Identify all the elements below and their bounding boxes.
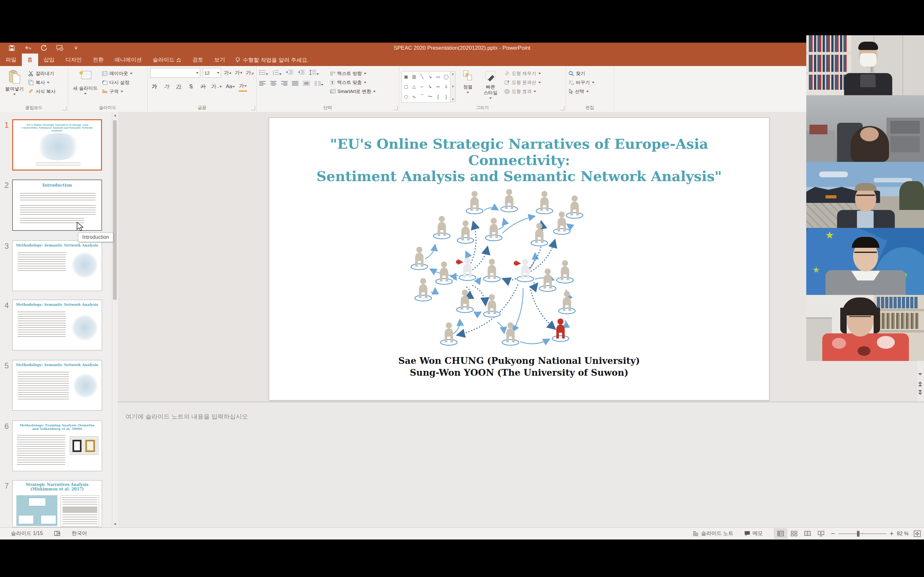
zoom-slider-thumb[interactable] <box>857 531 859 537</box>
align-center-icon[interactable] <box>270 81 276 87</box>
line-shape-icon[interactable]: ╲ <box>421 74 423 79</box>
slideshow-view-button[interactable] <box>814 528 828 539</box>
webcam-feed-4[interactable] <box>806 228 924 295</box>
new-slide-button[interactable]: 새 슬라이드 <box>71 68 100 104</box>
increase-indent-icon[interactable] <box>298 70 305 76</box>
arrow-shape-icon[interactable]: ↘ <box>428 74 432 79</box>
zoom-in-icon[interactable]: + <box>890 530 894 538</box>
left-brace-shape-icon[interactable]: { <box>437 94 439 99</box>
thumbnail-slide-1[interactable]: "EU's Online Strategic Narratives of Eur… <box>12 119 102 171</box>
thumbnail-slide-3[interactable]: Methodology: Semantic Network Analysis <box>12 240 102 291</box>
webcam-feed-1[interactable] <box>806 35 924 95</box>
right-brace-shape-icon[interactable]: } <box>445 94 447 99</box>
thumbnail-slide-6[interactable]: Methodology: Framing Analysis (Semetko a… <box>12 421 102 471</box>
webcam-feed-3[interactable] <box>806 162 924 228</box>
tab-file[interactable]: 파일 <box>0 53 22 66</box>
shapes-gallery[interactable]: ▣▥╲↘▭◯▢△⌐↳⇨⇩⬡∿⌒〜{} <box>402 71 451 103</box>
curve-shape-icon[interactable]: 〜 <box>428 94 433 100</box>
shape-effects-button[interactable]: 도형 효과 <box>504 89 541 95</box>
copy-button[interactable]: 복사 <box>28 79 55 85</box>
spellcheck-icon[interactable] <box>54 530 61 537</box>
tell-me-box[interactable]: 수행할 작업을 알려 주세요. <box>235 56 309 66</box>
shape-outline-button[interactable]: 도형 윤곽선 <box>504 79 541 85</box>
convert-smartart-button[interactable]: SmartArt로 변환 <box>330 89 376 95</box>
arc-shape-icon[interactable]: ⌒ <box>420 94 425 100</box>
webcam-feed-5[interactable] <box>806 295 924 361</box>
rounded-rectangle-shape-icon[interactable]: ▢ <box>404 84 408 89</box>
replace-button[interactable]: 가나 바꾸기 <box>569 79 594 85</box>
scroll-down-icon[interactable]: ▼ <box>112 522 118 526</box>
align-left-icon[interactable] <box>259 81 266 87</box>
layout-button[interactable]: 레이아웃 <box>102 71 132 77</box>
distribute-icon[interactable] <box>303 81 310 87</box>
tab-slideshow[interactable]: 슬라이드 쇼 <box>147 53 187 66</box>
notes-toggle[interactable]: 슬라이드 노트 <box>693 530 733 537</box>
shrink-font-button[interactable]: 가▼ <box>234 68 243 77</box>
text-shadow-button[interactable]: S <box>187 82 195 91</box>
oval-shape-icon[interactable]: ◯ <box>444 74 449 79</box>
thumbnail-slide-4[interactable]: Methodology: Semantic Network Analysis <box>12 300 102 350</box>
next-slide-button[interactable] <box>917 390 924 396</box>
shapes-gallery-scrollbar[interactable]: ▲▼▼ <box>451 71 456 102</box>
change-case-button[interactable]: Aa <box>226 82 235 91</box>
clipboard-dialog-launcher[interactable] <box>62 106 66 110</box>
vertical-text-box-shape-icon[interactable]: ▥ <box>412 74 416 79</box>
drawing-dialog-launcher[interactable] <box>560 106 564 110</box>
comments-toggle[interactable]: 메모 <box>744 530 763 537</box>
elbow-arrow-connector-shape-icon[interactable]: ↳ <box>428 84 432 89</box>
underline-button[interactable]: 가 <box>174 82 183 91</box>
bullets-icon[interactable] <box>259 70 268 76</box>
thumbnail-slide-2[interactable]: Introduction <box>12 179 102 231</box>
section-button[interactable]: 구역 <box>102 89 132 95</box>
tab-view[interactable]: 보기 <box>209 53 231 66</box>
font-color-button[interactable]: 가 <box>239 81 247 92</box>
font-size-combo[interactable]: 12 <box>203 68 221 77</box>
zoom-level[interactable]: 82 % <box>897 531 909 537</box>
text-box-shape-icon[interactable]: ▣ <box>404 74 408 79</box>
tab-home[interactable]: 홈 <box>22 53 38 66</box>
shape-fill-button[interactable]: 도형 채우기 <box>504 71 541 77</box>
thumbnail-slide-7[interactable]: Strategic Narratives Analysis (Miskimmon… <box>12 480 102 527</box>
select-button[interactable]: 선택 <box>569 89 594 95</box>
slide-sorter-view-button[interactable] <box>787 528 801 539</box>
webcam-feed-2[interactable] <box>806 95 924 162</box>
scrollbar-down-button[interactable] <box>917 371 924 377</box>
bold-button[interactable]: 가 <box>150 82 158 91</box>
grow-font-button[interactable]: 가▲ <box>224 68 232 77</box>
scroll-up-icon[interactable]: ▲ <box>112 113 118 117</box>
reading-view-button[interactable] <box>801 528 814 539</box>
paragraph-dialog-launcher[interactable] <box>393 106 397 110</box>
scribble-shape-icon[interactable]: ∿ <box>412 94 416 99</box>
elbow-connector-shape-icon[interactable]: ⌐ <box>421 84 423 89</box>
align-text-button[interactable]: 텍스트 맞춤 <box>330 79 376 85</box>
notes-pane[interactable]: 여기에 슬라이드 노트의 내용을 입력하십시오 <box>118 402 924 527</box>
thumbnail-scrollbar-thumb[interactable] <box>113 120 117 300</box>
format-painter-button[interactable]: 서식 복사 <box>28 89 55 95</box>
columns-icon[interactable] <box>314 81 323 87</box>
language-indicator[interactable]: 한국어 <box>72 530 87 537</box>
quick-styles-button[interactable]: 빠른스타일 <box>480 68 501 104</box>
zoom-slider[interactable]: − + <box>831 530 894 538</box>
zoom-out-icon[interactable]: − <box>831 530 835 538</box>
fit-to-window-button[interactable] <box>914 530 921 537</box>
strikethrough-button[interactable]: 가 <box>199 82 207 91</box>
font-name-combo[interactable] <box>150 68 200 77</box>
clear-formatting-button[interactable]: 가◢ <box>246 68 254 77</box>
tab-insert[interactable]: 삽입 <box>38 53 60 66</box>
decrease-indent-icon[interactable] <box>286 70 293 76</box>
paste-button[interactable]: 붙여넣기 <box>3 68 26 104</box>
reset-button[interactable]: 다시 설정 <box>102 79 132 85</box>
cut-button[interactable]: 잘라내기 <box>28 71 55 77</box>
rectangle-shape-icon[interactable]: ▭ <box>436 74 440 79</box>
slide-canvas[interactable]: "EU's Online Strategic Narratives of Eur… <box>269 118 769 400</box>
thumbnail-slide-5[interactable]: Methodology: Semantic Network Analysis <box>12 360 102 411</box>
freeform-shape-icon[interactable]: ⬡ <box>404 94 408 99</box>
tab-review[interactable]: 검토 <box>187 53 209 66</box>
tab-animations[interactable]: 애니메이션 <box>109 53 147 66</box>
character-spacing-button[interactable]: 가↔ <box>211 82 222 91</box>
triangle-shape-icon[interactable]: △ <box>412 84 416 89</box>
tab-transitions[interactable]: 전환 <box>87 53 109 66</box>
arrange-button[interactable]: 정렬 <box>457 68 478 104</box>
justify-icon[interactable] <box>292 81 298 87</box>
numbering-icon[interactable]: 123 <box>273 70 282 76</box>
